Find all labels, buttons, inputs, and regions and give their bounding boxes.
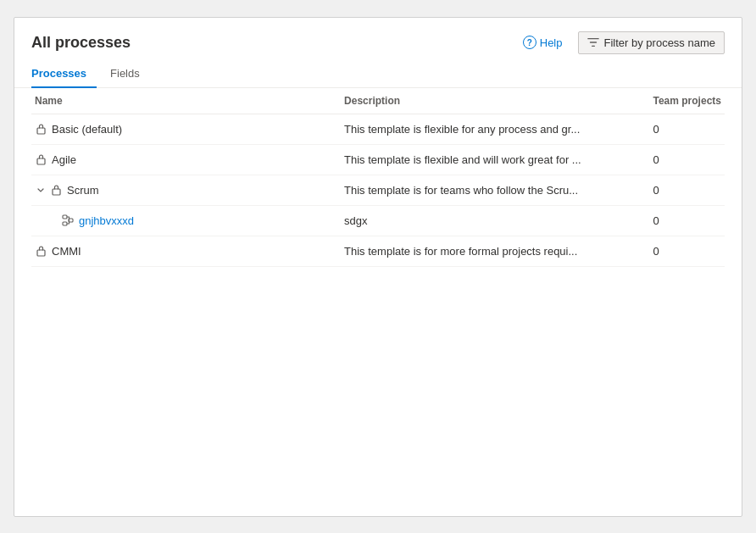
help-icon: ?	[523, 36, 536, 49]
header-actions: ? Help Filter by process name	[518, 31, 725, 54]
page-title: All processes	[31, 34, 131, 52]
svg-rect-3	[63, 215, 67, 219]
process-description: This template is for more formal project…	[341, 236, 649, 266]
svg-rect-6	[37, 250, 45, 256]
process-description: sdgx	[341, 205, 649, 236]
tab-fields[interactable]: Fields	[110, 62, 150, 88]
help-button[interactable]: ? Help	[518, 32, 568, 53]
table-row: Basic (default)This template is flexible…	[31, 114, 725, 144]
table-row: gnjhbvxxxdsdgx0	[31, 205, 725, 236]
process-name: Basic (default)	[52, 123, 122, 136]
process-description: This template is flexible for any proces…	[341, 114, 649, 144]
table-row: ScrumThis template is for teams who foll…	[31, 175, 725, 205]
lock-icon	[35, 245, 47, 257]
table-row: CMMIThis template is for more formal pro…	[31, 236, 725, 266]
lock-icon	[50, 184, 62, 196]
svg-rect-0	[37, 128, 45, 134]
team-projects-count: 0	[650, 144, 725, 175]
processes-table: Name Description Team projects Basic (de…	[31, 88, 725, 267]
filter-label: Filter by process name	[604, 36, 716, 49]
lock-icon	[35, 153, 47, 165]
svg-rect-4	[63, 222, 67, 225]
table-row: AgileThis template is flexible and will …	[31, 144, 725, 175]
process-description: This template is for teams who follow th…	[341, 175, 649, 205]
table-header-row: Name Description Team projects	[31, 88, 725, 114]
process-name: CMMI	[52, 245, 81, 258]
team-projects-count: 0	[650, 114, 725, 144]
col-header-team-projects: Team projects	[650, 88, 725, 114]
col-header-description: Description	[341, 88, 649, 114]
filter-icon	[587, 36, 599, 49]
team-projects-count: 0	[650, 205, 725, 236]
chevron-button[interactable]	[35, 186, 47, 194]
process-description: This template is flexible and will work …	[341, 144, 649, 175]
inherit-icon	[62, 214, 74, 226]
process-name[interactable]: gnjhbvxxxd	[79, 214, 134, 227]
svg-rect-1	[37, 158, 45, 164]
team-projects-count: 0	[650, 175, 725, 205]
help-label: Help	[540, 36, 563, 49]
filter-button[interactable]: Filter by process name	[578, 31, 725, 54]
process-name: Scrum	[67, 184, 99, 197]
panel-header: All processes ? Help Filter by process n…	[14, 18, 742, 61]
table-container: Name Description Team projects Basic (de…	[14, 88, 742, 516]
lock-icon	[35, 123, 47, 135]
tab-processes[interactable]: Processes	[31, 62, 97, 88]
tabs-bar: Processes Fields	[14, 61, 742, 88]
team-projects-count: 0	[650, 236, 725, 266]
svg-rect-2	[53, 189, 60, 195]
process-name: Agile	[52, 153, 76, 166]
outer-container: All processes ? Help Filter by process n…	[0, 0, 756, 533]
main-panel: All processes ? Help Filter by process n…	[14, 17, 742, 517]
col-header-name: Name	[31, 88, 341, 114]
